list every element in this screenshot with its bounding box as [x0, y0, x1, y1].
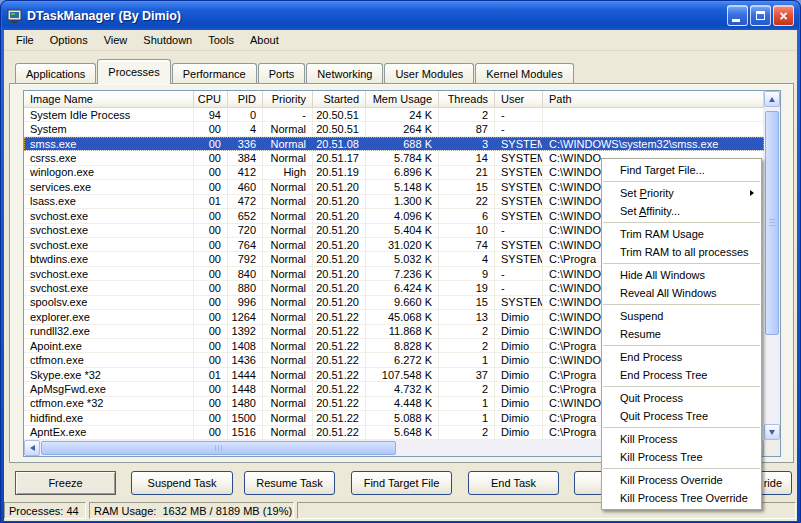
menu-options[interactable]: Options	[42, 31, 96, 49]
menu-item-kill-process-tree-override[interactable]: Kill Process Tree Override	[602, 489, 761, 507]
menu-item-end-process[interactable]: End Process	[602, 348, 761, 366]
cell-pid: 1264	[228, 310, 263, 323]
tab-ports[interactable]: Ports	[258, 63, 306, 83]
menu-item-kill-process-tree[interactable]: Kill Process Tree	[602, 448, 761, 466]
menu-item-trim-ram-to-all-processes[interactable]: Trim RAM to all processes	[602, 243, 761, 261]
close-button[interactable]: ×	[773, 5, 794, 26]
titlebar[interactable]: DTaskManager (By Dimio) ×	[2, 1, 799, 30]
menu-item-trim-ram-usage[interactable]: Trim RAM Usage	[602, 225, 761, 243]
menu-item-suspend[interactable]: Suspend	[602, 307, 761, 325]
vertical-scrollbar-thumb[interactable]	[765, 111, 779, 335]
maximize-button[interactable]	[750, 5, 771, 26]
cell-priority: Normal	[263, 122, 313, 135]
cell-user: Dimio	[495, 397, 543, 410]
find-target-file-button[interactable]: Find Target File	[351, 471, 452, 495]
cell-image-name: ApntEx.exe	[24, 426, 194, 439]
cell-priority: Normal	[263, 195, 313, 208]
cell-started: 20.51.22	[313, 353, 366, 366]
column-header-path[interactable]: Path	[543, 91, 764, 107]
menu-item-find-target-file[interactable]: Find Target File...	[602, 161, 761, 179]
menu-item-reveal-all-windows[interactable]: Reveal All Windows	[602, 284, 761, 302]
minimize-button[interactable]	[727, 5, 748, 26]
menu-item-end-process-tree[interactable]: End Process Tree	[602, 366, 761, 384]
cell-user: Dimio	[495, 310, 543, 323]
column-header-mem-usage[interactable]: Mem Usage	[366, 91, 439, 107]
cell-image-name: csrss.exe	[24, 151, 194, 164]
suspend-task-button[interactable]: Suspend Task	[131, 471, 233, 495]
cell-cpu: 01	[194, 368, 228, 381]
cell-pid: 1480	[228, 397, 263, 410]
cell-user: SYSTEM	[495, 137, 543, 150]
cell-image-name: svchost.exe	[24, 281, 194, 294]
column-header-priority[interactable]: Priority	[263, 91, 313, 107]
cell-cpu: 00	[194, 325, 228, 338]
menu-item-set-priority[interactable]: Set Priority	[602, 184, 761, 202]
cell-mem-usage: 31.020 K	[366, 238, 439, 251]
cell-started: 20.51.20	[313, 195, 366, 208]
menu-shutdown[interactable]: Shutdown	[135, 31, 200, 49]
window-controls: ×	[727, 5, 794, 26]
menu-file[interactable]: File	[8, 31, 42, 49]
cell-mem-usage: 264 K	[366, 122, 439, 135]
menu-item-resume[interactable]: Resume	[602, 325, 761, 343]
cell-pid: 720	[228, 224, 263, 237]
menu-item-hide-all-windows[interactable]: Hide All Windows	[602, 266, 761, 284]
menu-item-quit-process[interactable]: Quit Process	[602, 389, 761, 407]
column-header-user[interactable]: User	[495, 91, 543, 107]
process-row[interactable]: smss.exe00336Normal20.51.08688 K3SYSTEMC…	[24, 137, 764, 151]
column-header-image-name[interactable]: Image Name	[24, 91, 194, 107]
cell-pid: 384	[228, 151, 263, 164]
tab-processes[interactable]: Processes	[97, 59, 170, 84]
tab-strip: ApplicationsProcessesPerformancePortsNet…	[15, 59, 575, 84]
menu-about[interactable]: About	[242, 31, 287, 49]
tab-applications[interactable]: Applications	[15, 63, 96, 83]
menu-view[interactable]: View	[96, 31, 136, 49]
menu-item-kill-process[interactable]: Kill Process	[602, 430, 761, 448]
window-title: DTaskManager (By Dimio)	[27, 9, 181, 23]
cell-image-name: winlogon.exe	[24, 166, 194, 179]
process-row[interactable]: System Idle Process940-20.50.5124 K2-	[24, 108, 764, 122]
scroll-down-button[interactable]	[764, 424, 780, 440]
freeze-button[interactable]: Freeze	[15, 471, 116, 495]
cell-mem-usage: 107.548 K	[366, 368, 439, 381]
menu-tools[interactable]: Tools	[200, 31, 242, 49]
scroll-up-button[interactable]	[764, 91, 780, 107]
close-icon: ×	[779, 8, 787, 24]
tab-performance[interactable]: Performance	[172, 63, 257, 83]
cell-mem-usage: 5.032 K	[366, 252, 439, 265]
cell-pid: 1408	[228, 339, 263, 352]
cell-mem-usage: 6.896 K	[366, 166, 439, 179]
resume-task-button[interactable]: Resume Task	[244, 471, 335, 495]
cell-cpu: 00	[194, 137, 228, 150]
menu-item-kill-process-override[interactable]: Kill Process Override	[602, 471, 761, 489]
cell-image-name: hidfind.exe	[24, 411, 194, 424]
process-row[interactable]: System004Normal20.50.51264 K87-	[24, 122, 764, 136]
scroll-left-button[interactable]	[24, 440, 40, 456]
cell-user: Dimio	[495, 426, 543, 439]
cell-cpu: 00	[194, 180, 228, 193]
end-task-button[interactable]: End Task	[468, 471, 559, 495]
tab-kernel-modules[interactable]: Kernel Modules	[475, 63, 573, 83]
menu-item-quit-process-tree[interactable]: Quit Process Tree	[602, 407, 761, 425]
column-header-threads[interactable]: Threads	[439, 91, 495, 107]
vertical-scrollbar[interactable]	[764, 91, 780, 440]
column-header-started[interactable]: Started	[313, 91, 366, 107]
cell-mem-usage: 4.732 K	[366, 382, 439, 395]
column-header-cpu[interactable]: CPU	[194, 91, 228, 107]
app-icon[interactable]	[7, 8, 23, 24]
cell-started: 20.51.20	[313, 209, 366, 222]
menu-separator	[603, 345, 760, 346]
cell-threads: 19	[439, 281, 495, 294]
menu-item-set-affinity[interactable]: Set Affinity...	[602, 202, 761, 220]
cell-threads: 15	[439, 180, 495, 193]
cell-image-name: Apoint.exe	[24, 339, 194, 352]
cell-priority: High	[263, 166, 313, 179]
horizontal-scrollbar-thumb[interactable]	[41, 441, 396, 455]
tab-networking[interactable]: Networking	[306, 63, 383, 83]
cell-threads: 21	[439, 166, 495, 179]
column-header-pid[interactable]: PID	[228, 91, 263, 107]
cell-started: 20.51.22	[313, 382, 366, 395]
maximize-icon	[756, 11, 765, 20]
cell-priority: Normal	[263, 325, 313, 338]
tab-user-modules[interactable]: User Modules	[384, 63, 474, 83]
